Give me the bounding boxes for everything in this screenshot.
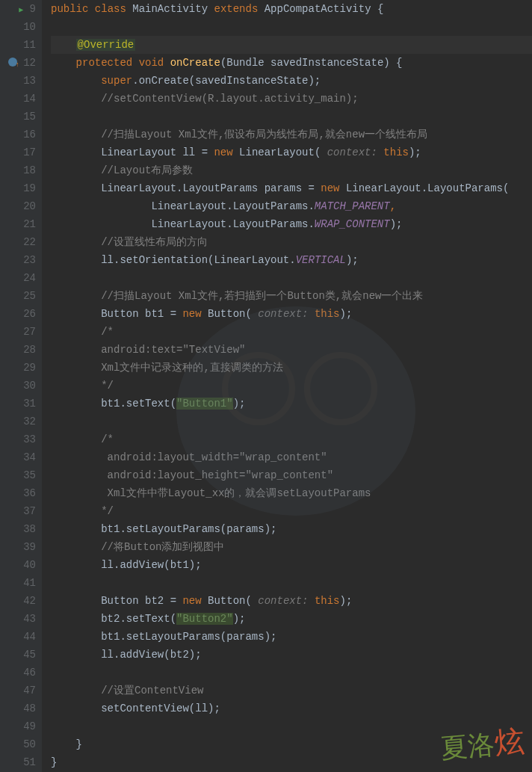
line-number: 18 (0, 161, 36, 179)
line-number: 51 (0, 753, 36, 771)
code-line: Button bt1 = new Button( context: this); (51, 305, 532, 323)
line-number: 41 (0, 574, 36, 592)
code-line: } (51, 735, 532, 753)
line-number: 22 (0, 233, 36, 251)
code-editor[interactable]: ▶ 9 10 11 12 13 14 15 16 17 18 19 20 21 … (0, 0, 532, 772)
line-number: 49 (0, 717, 36, 735)
code-line: setContentView(ll); (51, 700, 532, 717)
code-line: LinearLayout.LayoutParams.WRAP_CONTENT); (51, 215, 532, 233)
code-line (51, 574, 532, 592)
code-line: Button bt2 = new Button( context: this); (51, 592, 532, 610)
code-line: bt2.setText("Button2"); (51, 610, 532, 628)
code-line: ll.addView(bt2); (51, 646, 532, 664)
line-number: 30 (0, 377, 36, 395)
code-line: android:text="TextView" (51, 341, 532, 359)
line-number: 21 (0, 215, 36, 233)
code-line: @Override (51, 36, 532, 54)
code-line (51, 108, 532, 126)
code-line: Xml文件中带Layout_xx的，就会调setLayoutParams (51, 484, 532, 502)
line-number: 37 (0, 502, 36, 520)
line-number: 46 (0, 664, 36, 682)
line-number: 15 (0, 108, 36, 126)
code-line: super.onCreate(savedInstanceState); (51, 72, 532, 90)
line-number: 32 (0, 413, 36, 430)
code-line: //将Button添加到视图中 (51, 538, 532, 556)
code-line: LinearLayout.LayoutParams.MATCH_PARENT, (51, 197, 532, 215)
line-number: 50 (0, 735, 36, 753)
code-line (51, 664, 532, 682)
code-line: protected void onCreate(Bundle savedInst… (51, 54, 532, 72)
code-line: */ (51, 377, 532, 395)
code-line (51, 18, 532, 36)
override-icon[interactable] (8, 58, 17, 67)
code-line: } (51, 753, 532, 771)
line-number: 13 (0, 72, 36, 90)
run-icon[interactable]: ▶ (19, 6, 23, 14)
gutter: ▶ 9 10 11 12 13 14 15 16 17 18 19 20 21 … (0, 0, 42, 772)
line-number: 23 (0, 251, 36, 269)
line-number: 27 (0, 323, 36, 341)
code-line: android:layout_height="wrap_content" (51, 466, 532, 484)
line-number: 26 (0, 305, 36, 323)
line-number: 34 (0, 448, 36, 466)
code-line: bt1.setLayoutParams(params); (51, 628, 532, 646)
code-line (51, 413, 532, 430)
code-line: /* (51, 430, 532, 448)
line-number: 14 (0, 90, 36, 108)
code-line: //Layout布局参数 (51, 161, 532, 179)
line-number: 24 (0, 269, 36, 287)
line-number: 11 (0, 36, 36, 54)
code-line: //setContentView(R.layout.activity_main)… (51, 90, 532, 108)
line-number: 19 (0, 179, 36, 197)
code-line (51, 269, 532, 287)
line-number: 28 (0, 341, 36, 359)
line-number: 43 (0, 610, 36, 628)
code-line: LinearLayout.LayoutParams params = new L… (51, 179, 532, 197)
line-number: 38 (0, 520, 36, 538)
code-line: android:layout_width="wrap_content" (51, 448, 532, 466)
code-line: ll.addView(bt1); (51, 556, 532, 574)
code-line: /* (51, 323, 532, 341)
line-number: 47 (0, 682, 36, 700)
code-line: */ (51, 502, 532, 520)
line-number: 40 (0, 556, 36, 574)
code-area[interactable]: public class MainActivity extends AppCom… (42, 0, 532, 772)
line-number: 35 (0, 466, 36, 484)
code-line: bt1.setLayoutParams(params); (51, 520, 532, 538)
code-line (51, 717, 532, 735)
line-number: 39 (0, 538, 36, 556)
code-line: ll.setOrientation(LinearLayout.VERTICAL)… (51, 251, 532, 269)
code-line: //设置ContentView (51, 682, 532, 700)
line-number: 20 (0, 197, 36, 215)
line-number: 42 (0, 592, 36, 610)
line-number: 36 (0, 484, 36, 502)
line-number: 25 (0, 287, 36, 305)
code-line: public class MainActivity extends AppCom… (51, 0, 532, 18)
code-line: bt1.setText("Button1"); (51, 395, 532, 413)
line-number: 12 (0, 54, 36, 72)
line-number: 44 (0, 628, 36, 646)
line-number: 48 (0, 700, 36, 717)
line-number: 29 (0, 359, 36, 377)
line-number: 33 (0, 430, 36, 448)
line-number: 10 (0, 18, 36, 36)
line-number: 31 (0, 395, 36, 413)
code-line: //扫描Layout Xml文件,若扫描到一个Button类,就会new一个出来 (51, 287, 532, 305)
line-number: 16 (0, 126, 36, 143)
code-line: Xml文件中记录这种的,直接调类的方法 (51, 359, 532, 377)
line-number: 45 (0, 646, 36, 664)
code-line: //设置线性布局的方向 (51, 233, 532, 251)
code-line: //扫描Layout Xml文件,假设布局为线性布局,就会new一个线性布局 (51, 126, 532, 143)
code-line: LinearLayout ll = new LinearLayout( cont… (51, 143, 532, 161)
line-number: ▶ 9 (0, 0, 36, 18)
line-number: 17 (0, 143, 36, 161)
